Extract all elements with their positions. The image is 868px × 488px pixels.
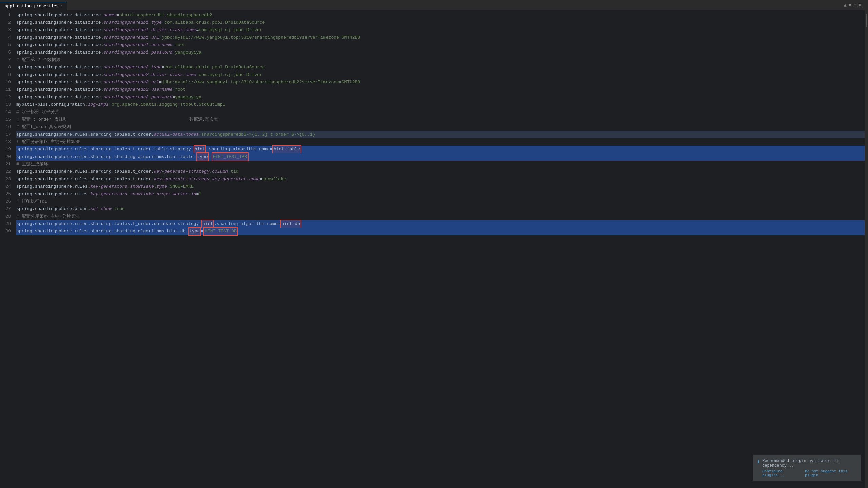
do-not-suggest-link[interactable]: Do not suggest this plugin [805, 469, 856, 477]
code-line-7: # 配置第 2 个数据源 [16, 56, 865, 64]
toolbar-icons: ▲ ▼ ≡ × [844, 3, 861, 8]
code-line-28: # 配置分库策略 主键+分片算法 [16, 213, 865, 220]
code-line-5: spring.shardingsphere.datasource.shardin… [16, 41, 865, 49]
notification-popup: ℹ Recommended plugin available for depen… [753, 455, 861, 481]
editor-area: 12345 678910 1112131415 1617181920 21222… [0, 10, 868, 488]
code-line-2: spring.shardingsphere.datasource.shardin… [16, 19, 865, 26]
code-line-15: # 配置 t_order 表规则 数据源.真实表 [16, 116, 865, 123]
notification-icon: ℹ [758, 459, 760, 465]
code-line-9: spring.shardingsphere.datasource.shardin… [16, 71, 865, 79]
code-line-10: spring.shardingsphere.datasource.shardin… [16, 79, 865, 86]
notification-message: Recommended plugin available for depende… [762, 459, 856, 468]
code-line-26: # 打印执行sql [16, 198, 865, 205]
code-line-22: spring.shardingsphere.rules.sharding.tab… [16, 168, 865, 176]
notification-text-area: Recommended plugin available for depende… [762, 459, 856, 477]
code-line-3: spring.shardingsphere.datasource.shardin… [16, 26, 865, 34]
code-line-29: spring.shardingsphere.rules.sharding.tab… [16, 220, 865, 228]
toolbar-icon-3[interactable]: ≡ [853, 3, 856, 8]
code-line-13: mybatis-plus.configuration.log-impl=org.… [16, 101, 865, 108]
tab-application-properties[interactable]: application.properties × [0, 2, 67, 10]
line-numbers: 12345 678910 1112131415 1617181920 21222… [0, 10, 14, 488]
code-line-18: ⬇ 配置分表策略 主键+分片算法 [16, 138, 865, 146]
configure-plugins-link[interactable]: Configure plugins... [762, 469, 802, 477]
toolbar-icon-1[interactable]: ▲ [844, 3, 846, 8]
code-line-25: spring.shardingsphere.rules.key-generato… [16, 190, 865, 198]
code-line-8: spring.shardingsphere.datasource.shardin… [16, 64, 865, 71]
code-line-23: spring.shardingsphere.rules.sharding.tab… [16, 176, 865, 183]
tab-close-button[interactable]: × [60, 4, 62, 8]
toolbar-icon-2[interactable]: ▼ [849, 3, 851, 8]
code-line-1: spring.shardingsphere.datasource.names=s… [16, 12, 865, 19]
code-line-21: # 主键生成策略 [16, 161, 865, 168]
tab-bar: application.properties × [0, 0, 868, 10]
code-line-11: spring.shardingsphere.datasource.shardin… [16, 86, 865, 94]
code-line-19: spring.shardingsphere.rules.sharding.tab… [16, 146, 865, 153]
code-content[interactable]: spring.shardingsphere.datasource.names=s… [14, 10, 865, 488]
code-line-12: spring.shardingsphere.datasource.shardin… [16, 94, 865, 101]
notification-links: Configure plugins... Do not suggest this… [762, 469, 856, 477]
code-line-30: spring.shardingsphere.rules.sharding.sha… [16, 228, 865, 235]
code-line-16: # 配置t_order真实表规则 [16, 123, 865, 131]
code-line-6: spring.shardingsphere.datasource.shardin… [16, 49, 865, 56]
code-line-27: spring.shardingsphere.props.sql-show=tru… [16, 205, 865, 213]
code-line-4: spring.shardingsphere.datasource.shardin… [16, 34, 865, 41]
toolbar-icon-4[interactable]: × [859, 3, 861, 8]
code-line-20: spring.shardingsphere.rules.sharding.sha… [16, 153, 865, 161]
scrollbar[interactable] [865, 10, 868, 488]
code-line-14: # 水平拆分 水平分片 [16, 108, 865, 116]
code-line-24: spring.shardingsphere.rules.key-generato… [16, 183, 865, 190]
code-line-17: spring.shardingsphere.rules.sharding.tab… [16, 131, 865, 138]
tab-label: application.properties [5, 4, 58, 9]
scrollbar-thumb [866, 14, 867, 27]
